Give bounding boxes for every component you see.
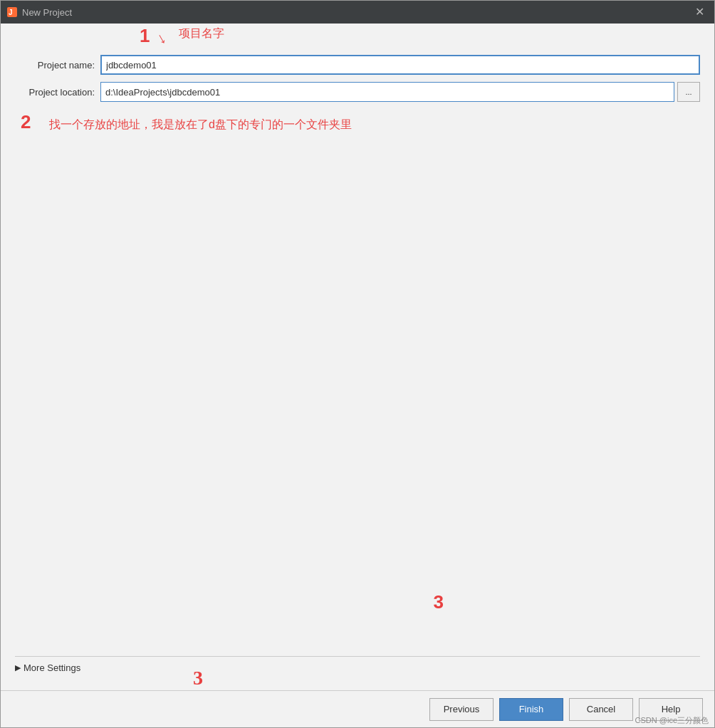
browse-button[interactable]: ... [677, 82, 700, 102]
dialog-body: 1 ↓ 项目名字 Project name: Project location:… [1, 24, 714, 690]
more-settings-row[interactable]: ▶ More Settings [15, 656, 700, 679]
project-location-label: Project location: [15, 87, 100, 98]
watermark: CSDN @ice三分颜色 [635, 715, 709, 726]
annotation-text-1: 项目名字 [179, 26, 224, 41]
expand-arrow-icon: ▶ [15, 663, 21, 672]
annotation-num-1: 1 [140, 25, 150, 47]
project-name-label: Project name: [15, 60, 100, 71]
project-location-row: Project location: ... [15, 82, 700, 102]
annotation-text-2: 找一个存放的地址，我是放在了d盘下的专门的一个文件夹里 [49, 118, 352, 132]
svg-text:J: J [9, 9, 13, 16]
main-content-area [15, 157, 700, 656]
project-name-input[interactable] [100, 55, 700, 75]
cancel-button[interactable]: Cancel [569, 698, 633, 721]
dialog-title: New Project [22, 7, 691, 18]
annotation-num-2: 2 [21, 111, 31, 133]
project-location-input[interactable] [100, 82, 674, 102]
finish-button[interactable]: Finish [499, 698, 563, 721]
previous-button[interactable]: Previous [429, 698, 494, 721]
close-button[interactable]: ✕ [691, 5, 709, 19]
annotation-2-area: 2 找一个存放的地址，我是放在了d盘下的专门的一个文件夹里 [15, 115, 700, 157]
more-settings-label: More Settings [24, 662, 80, 673]
project-name-row: Project name: [15, 55, 700, 75]
title-bar: J New Project ✕ [1, 1, 714, 24]
app-icon: J [6, 6, 18, 18]
annotation-arrow-1: ↓ [153, 28, 169, 48]
dialog-footer: 3 Previous Finish Cancel Help [1, 690, 714, 727]
new-project-dialog: J New Project ✕ 1 ↓ 项目名字 Project name: P… [0, 0, 715, 728]
